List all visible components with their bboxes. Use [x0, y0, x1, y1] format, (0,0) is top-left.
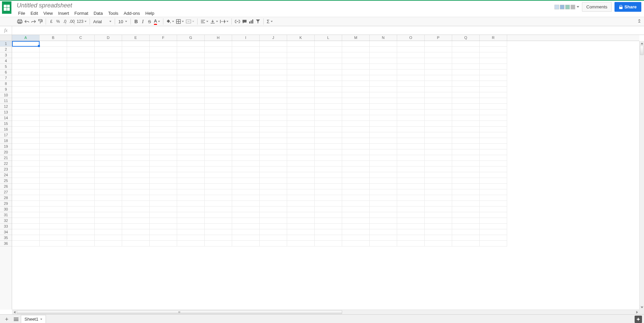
cell-A14[interactable] — [12, 115, 40, 121]
cell-O24[interactable] — [397, 172, 425, 178]
cell-R14[interactable] — [480, 115, 507, 121]
cell-A2[interactable] — [12, 47, 40, 52]
cell-F33[interactable] — [150, 224, 177, 229]
cell-G28[interactable] — [177, 195, 205, 201]
cell-K32[interactable] — [287, 218, 315, 224]
cell-G3[interactable] — [177, 52, 205, 58]
cell-D23[interactable] — [95, 167, 122, 172]
cell-E9[interactable] — [122, 87, 150, 92]
cell-P4[interactable] — [425, 58, 452, 64]
cell-B1[interactable] — [40, 41, 67, 47]
cell-O28[interactable] — [397, 195, 425, 201]
menu-help[interactable]: Help — [143, 10, 157, 16]
font-family-select[interactable]: Arial — [92, 18, 113, 25]
row-header-25[interactable]: 25 — [0, 178, 12, 184]
cell-F2[interactable] — [150, 47, 177, 52]
cell-K13[interactable] — [287, 109, 315, 115]
cells-area[interactable] — [12, 41, 639, 310]
cell-N4[interactable] — [370, 58, 397, 64]
cell-H14[interactable] — [205, 115, 232, 121]
cell-C17[interactable] — [67, 132, 95, 138]
row-header-12[interactable]: 12 — [0, 104, 12, 109]
cell-A12[interactable] — [12, 104, 40, 109]
cell-K29[interactable] — [287, 201, 315, 206]
cell-Q33[interactable] — [452, 224, 480, 229]
cell-R36[interactable] — [480, 241, 507, 246]
cell-N28[interactable] — [370, 195, 397, 201]
cell-B8[interactable] — [40, 81, 67, 87]
cell-F28[interactable] — [150, 195, 177, 201]
cell-D3[interactable] — [95, 52, 122, 58]
cell-B16[interactable] — [40, 127, 67, 132]
cell-D25[interactable] — [95, 178, 122, 184]
column-header-R[interactable]: R — [480, 35, 507, 41]
cell-R28[interactable] — [480, 195, 507, 201]
cell-I17[interactable] — [232, 132, 260, 138]
cell-P23[interactable] — [425, 167, 452, 172]
cell-P15[interactable] — [425, 121, 452, 127]
cell-N27[interactable] — [370, 189, 397, 195]
cell-G32[interactable] — [177, 218, 205, 224]
cell-I1[interactable] — [232, 41, 260, 47]
cell-Q10[interactable] — [452, 92, 480, 98]
cell-G14[interactable] — [177, 115, 205, 121]
cell-N8[interactable] — [370, 81, 397, 87]
cell-A21[interactable] — [12, 155, 40, 161]
cell-D20[interactable] — [95, 149, 122, 155]
cell-K5[interactable] — [287, 64, 315, 70]
cell-P11[interactable] — [425, 98, 452, 104]
cell-G17[interactable] — [177, 132, 205, 138]
cell-H27[interactable] — [205, 189, 232, 195]
cell-H9[interactable] — [205, 87, 232, 92]
cell-E32[interactable] — [122, 218, 150, 224]
cell-L33[interactable] — [315, 224, 342, 229]
cell-I32[interactable] — [232, 218, 260, 224]
cell-E26[interactable] — [122, 184, 150, 189]
cell-M21[interactable] — [342, 155, 370, 161]
cell-A26[interactable] — [12, 184, 40, 189]
cell-K26[interactable] — [287, 184, 315, 189]
cell-G33[interactable] — [177, 224, 205, 229]
cell-R35[interactable] — [480, 235, 507, 241]
cell-Q31[interactable] — [452, 212, 480, 218]
cell-H5[interactable] — [205, 64, 232, 70]
menu-view[interactable]: View — [41, 10, 55, 16]
cell-L10[interactable] — [315, 92, 342, 98]
cell-K12[interactable] — [287, 104, 315, 109]
cell-D28[interactable] — [95, 195, 122, 201]
cell-C36[interactable] — [67, 241, 95, 246]
cell-A33[interactable] — [12, 224, 40, 229]
row-header-20[interactable]: 20 — [0, 149, 12, 155]
cell-K22[interactable] — [287, 161, 315, 167]
cell-K8[interactable] — [287, 81, 315, 87]
cell-D19[interactable] — [95, 144, 122, 149]
scroll-left-button[interactable] — [12, 310, 17, 314]
cell-P24[interactable] — [425, 172, 452, 178]
cell-G19[interactable] — [177, 144, 205, 149]
cell-F24[interactable] — [150, 172, 177, 178]
cell-O31[interactable] — [397, 212, 425, 218]
cell-I36[interactable] — [232, 241, 260, 246]
cell-Q19[interactable] — [452, 144, 480, 149]
sheets-logo[interactable] — [2, 1, 11, 14]
sheet-tab-sheet1[interactable]: Sheet1 — [21, 315, 46, 323]
comments-button[interactable]: Comments — [582, 2, 612, 12]
cell-O6[interactable] — [397, 70, 425, 75]
filter-button[interactable] — [255, 18, 261, 25]
cell-G7[interactable] — [177, 75, 205, 81]
cell-L21[interactable] — [315, 155, 342, 161]
cell-P5[interactable] — [425, 64, 452, 70]
cell-J10[interactable] — [260, 92, 287, 98]
cell-Q4[interactable] — [452, 58, 480, 64]
cell-C21[interactable] — [67, 155, 95, 161]
cell-E3[interactable] — [122, 52, 150, 58]
horizontal-scrollbar[interactable] — [12, 310, 639, 314]
cell-N9[interactable] — [370, 87, 397, 92]
cell-B7[interactable] — [40, 75, 67, 81]
cell-I5[interactable] — [232, 64, 260, 70]
cell-F3[interactable] — [150, 52, 177, 58]
cell-O7[interactable] — [397, 75, 425, 81]
cell-L12[interactable] — [315, 104, 342, 109]
cell-F16[interactable] — [150, 127, 177, 132]
cell-M31[interactable] — [342, 212, 370, 218]
